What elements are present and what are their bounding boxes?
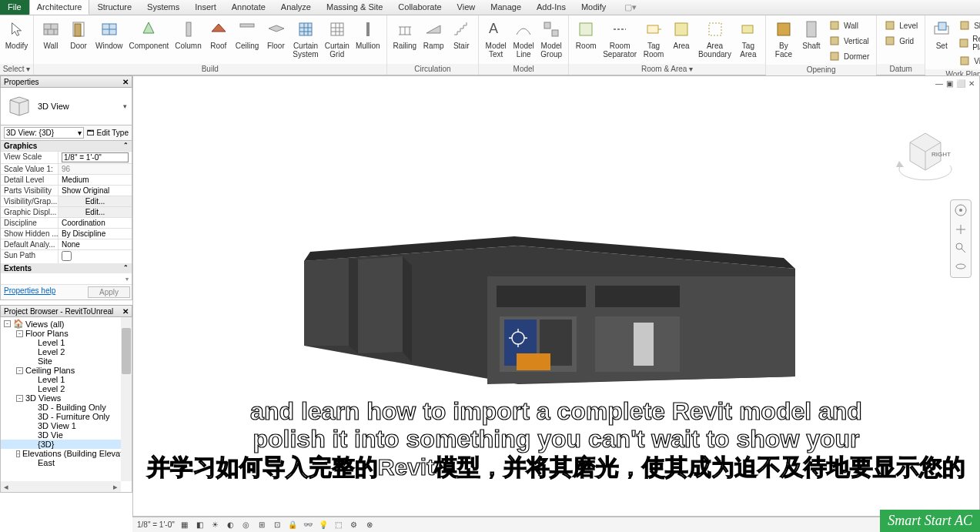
prop-parts-visibility[interactable]: Parts VisibilityShow Original	[1, 185, 132, 196]
restore-icon[interactable]: ▣	[946, 79, 953, 88]
section-graphics[interactable]: Graphics⌃	[1, 141, 132, 151]
visual-style-icon[interactable]: ◧	[195, 520, 206, 530]
ribbon-more-icon[interactable]: ▢▾	[620, 0, 641, 15]
curtain-grid-button[interactable]: CurtainGrid	[322, 17, 353, 60]
tree-node[interactable]: Level 2	[1, 347, 132, 356]
expand-icon[interactable]: -	[16, 330, 23, 337]
ceiling-button[interactable]: Ceiling	[232, 17, 263, 52]
floor-button[interactable]: Floor	[262, 17, 289, 52]
constraints-icon[interactable]: ⊗	[364, 520, 375, 530]
model-line-button[interactable]: ModelLine	[510, 17, 537, 60]
rendering-icon[interactable]: ◎	[241, 520, 252, 530]
minimize-icon[interactable]: —	[935, 79, 943, 88]
scale-display[interactable]: 1/8" = 1'-0"	[137, 520, 175, 529]
curtain-system-button[interactable]: CurtainSystem	[289, 17, 321, 60]
scrollbar-horizontal[interactable]: ◂▸	[1, 481, 121, 492]
3d-viewport[interactable]: — ▣ ⬜ ✕ RIGHT	[132, 75, 980, 517]
tree-node[interactable]: 3D - Furniture Only	[1, 412, 132, 421]
edit-type-button[interactable]: 🗔 Edit Type	[87, 129, 129, 137]
tree-node[interactable]: -Elevations (Building Elevation	[1, 449, 132, 458]
tree-node[interactable]: Level 1	[1, 375, 132, 384]
prop-discipline[interactable]: DisciplineCoordination	[1, 217, 132, 228]
expand-icon[interactable]: -	[4, 320, 11, 327]
view-cube[interactable]: RIGHT	[887, 122, 964, 186]
prop-default-analy-[interactable]: Default Analy...None	[1, 239, 132, 249]
tab-massing-site[interactable]: Massing & Site	[319, 0, 390, 15]
expand-icon[interactable]: -	[16, 395, 23, 402]
stair-button[interactable]: Stair	[447, 17, 475, 52]
component-button[interactable]: Component	[126, 17, 172, 52]
room-button[interactable]: Room	[572, 17, 600, 52]
view-dropdown[interactable]: 3D View: {3D}▾	[4, 127, 84, 139]
lock-3d-icon[interactable]: 🔒	[287, 520, 298, 530]
tree-node[interactable]: Level 1	[1, 338, 132, 347]
tree-node[interactable]: -🏠Views (all)	[1, 319, 132, 329]
prop-graphic-displ-[interactable]: Graphic Displ...Edit...	[1, 206, 132, 217]
sun-path-icon[interactable]: ☀	[210, 520, 221, 530]
analytical-icon[interactable]: ⚙	[349, 520, 360, 530]
section-extents[interactable]: Extents⌃	[1, 263, 132, 273]
door-button[interactable]: Door	[65, 17, 92, 52]
group-room-area[interactable]: Room & Area ▾	[569, 64, 765, 75]
area-button[interactable]: Area	[667, 17, 695, 52]
column-button[interactable]: Column	[172, 17, 204, 52]
level-button[interactable]: Level	[881, 18, 920, 32]
dormer-button[interactable]: Dormer	[826, 49, 871, 63]
model-text-button[interactable]: AModelText	[482, 17, 510, 60]
project-browser-tree[interactable]: -🏠Views (all)-Floor PlansLevel 1Level 2S…	[0, 317, 132, 493]
tab-collaborate[interactable]: Collaborate	[390, 0, 449, 15]
prop-view-scale[interactable]: View Scale1/8" = 1'-0"	[1, 151, 132, 163]
shaft-button[interactable]: Shaft	[798, 17, 824, 52]
expand-icon[interactable]: -	[16, 367, 23, 374]
tab-insert[interactable]: Insert	[187, 0, 224, 15]
prop-sun-path[interactable]: Sun Path	[1, 249, 132, 263]
prop-visibility-grap-[interactable]: Visibility/Grap...Edit...	[1, 196, 132, 206]
room-separator-button[interactable]: RoomSeparator	[600, 17, 640, 60]
tree-node[interactable]: Level 2	[1, 384, 132, 393]
prop-scale-value-[interactable]: Scale Value 1:96	[1, 163, 132, 174]
window-button[interactable]: Window	[92, 17, 126, 52]
grid-button[interactable]: Grid	[881, 34, 920, 48]
ramp-button[interactable]: Ramp	[420, 17, 447, 52]
tab-view[interactable]: View	[450, 0, 483, 15]
tree-node[interactable]: -Ceiling Plans	[1, 366, 132, 375]
show-button[interactable]: Show	[956, 18, 980, 32]
set-button[interactable]: Set	[928, 17, 955, 52]
viewer-button[interactable]: Viewer	[956, 54, 980, 68]
tree-node[interactable]: -3D Views	[1, 393, 132, 403]
nav-bar[interactable]	[950, 199, 972, 278]
vertical-button[interactable]: Vertical	[826, 34, 871, 48]
crop-region-icon[interactable]: ⊡	[272, 520, 283, 530]
properties-help-link[interactable]: Properties help	[1, 285, 59, 296]
area-boundary-button[interactable]: AreaBoundary	[695, 17, 734, 60]
zoom-icon[interactable]	[955, 242, 967, 256]
wall-button[interactable]: Wall	[826, 18, 871, 32]
tag-area-button[interactable]: TagArea	[734, 17, 762, 60]
tree-node[interactable]: 3D View 1	[1, 421, 132, 430]
orbit-icon[interactable]	[955, 260, 967, 274]
scrollbar-vertical[interactable]	[121, 317, 132, 481]
tab-add-ins[interactable]: Add-Ins	[529, 0, 574, 15]
tab-annotate[interactable]: Annotate	[224, 0, 273, 15]
chevron-down-icon[interactable]: ▾	[123, 102, 127, 110]
tab-file[interactable]: File	[0, 0, 29, 15]
shadows-icon[interactable]: ◐	[226, 520, 236, 530]
tab-analyze[interactable]: Analyze	[273, 0, 319, 15]
mullion-button[interactable]: Mullion	[353, 17, 383, 52]
close-icon[interactable]: ✕	[968, 79, 975, 88]
crop-view-icon[interactable]: ⊞	[256, 520, 267, 530]
close-icon[interactable]: ✕	[122, 307, 129, 316]
tree-node[interactable]: -Floor Plans	[1, 329, 132, 338]
railing-button[interactable]: Railing	[390, 17, 420, 52]
group-select[interactable]: Select ▾	[0, 64, 33, 75]
roof-button[interactable]: Roof	[205, 17, 232, 52]
prop-detail-level[interactable]: Detail LevelMedium	[1, 174, 132, 185]
tab-structure[interactable]: Structure	[89, 0, 139, 15]
tree-node[interactable]: 3D - Building Only	[1, 403, 132, 412]
tab-modify[interactable]: Modify	[574, 0, 614, 15]
checkbox[interactable]	[62, 251, 72, 261]
detail-level-icon[interactable]: ▦	[179, 520, 190, 530]
by-face-button[interactable]: By Face	[769, 17, 798, 60]
prop-show-hidden-[interactable]: Show Hidden ...By Discipline	[1, 228, 132, 239]
steering-wheel-icon[interactable]	[954, 203, 968, 219]
